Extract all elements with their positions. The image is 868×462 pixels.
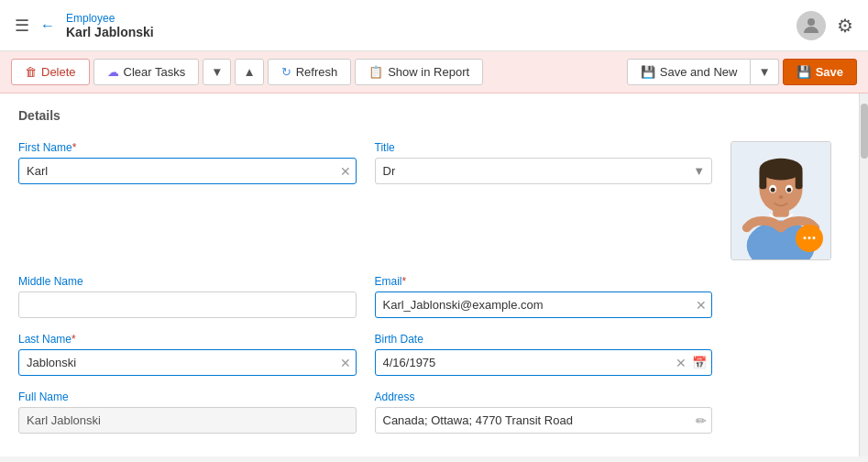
refresh-button[interactable]: ↻ Refresh xyxy=(268,59,352,85)
email-clear-icon[interactable]: ✕ xyxy=(696,298,707,313)
photo-action-button[interactable]: ··· xyxy=(796,225,823,252)
last-name-clear-icon[interactable]: ✕ xyxy=(340,356,351,370)
email-col: Email ✕ xyxy=(375,275,713,318)
first-name-col: First Name ✕ xyxy=(18,141,357,184)
svg-point-10 xyxy=(771,188,775,192)
trash-icon: 🗑 xyxy=(25,65,37,79)
save-and-new-dropdown[interactable]: ▼ xyxy=(751,59,778,85)
email-label: Email xyxy=(375,275,713,288)
down-arrow-button[interactable]: ▼ xyxy=(203,59,231,85)
toolbar: 🗑 Delete ☁ Clear Tasks ▼ ▲ ↻ Refresh 📋 S… xyxy=(0,51,868,94)
scrollbar[interactable] xyxy=(859,94,868,456)
hamburger-icon[interactable]: ☰ xyxy=(15,16,29,36)
avatar[interactable] xyxy=(797,11,826,40)
full-name-wrap xyxy=(18,407,357,434)
dropdown-arrow-icon: ▼ xyxy=(758,65,770,79)
breadcrumb-parent[interactable]: Employee xyxy=(66,12,154,25)
last-name-col: Last Name ✕ xyxy=(18,333,357,376)
topbar: ☰ ← Employee Karl Jablonski ⚙ xyxy=(0,0,868,51)
cloud-icon: ☁ xyxy=(107,65,119,79)
email-input[interactable] xyxy=(375,292,713,318)
birth-date-col: Birth Date ✕ 📅 xyxy=(375,333,713,376)
chevron-up-icon: ▲ xyxy=(243,65,255,79)
topbar-right: ⚙ xyxy=(797,11,853,40)
full-name-col: Full Name xyxy=(18,390,357,434)
report-icon: 📋 xyxy=(368,65,383,79)
save-button[interactable]: 💾 Save xyxy=(783,59,857,85)
delete-label: Delete xyxy=(41,65,76,79)
back-icon[interactable]: ← xyxy=(40,17,55,34)
details-section: Details First Name ✕ Title Dr Mr xyxy=(0,94,859,456)
form-row-2: Middle Name Email ✕ xyxy=(18,275,841,318)
middle-name-wrap xyxy=(18,292,357,318)
topbar-left: ☰ ← Employee Karl Jablonski xyxy=(15,12,797,39)
last-name-input[interactable] xyxy=(18,349,357,376)
address-input[interactable] xyxy=(375,407,713,434)
last-name-label: Last Name xyxy=(18,333,357,346)
user-icon xyxy=(800,15,822,37)
chevron-down-icon: ▼ xyxy=(211,65,223,79)
clear-tasks-label: Clear Tasks xyxy=(124,65,186,79)
scrollbar-thumb[interactable] xyxy=(861,104,868,159)
birth-date-clear-icon[interactable]: ✕ xyxy=(676,356,687,370)
svg-point-12 xyxy=(779,195,784,199)
form-row-3: Last Name ✕ Birth Date ✕ 📅 xyxy=(18,333,841,376)
svg-point-0 xyxy=(808,18,815,26)
save-label: Save xyxy=(816,65,843,79)
email-wrap: ✕ xyxy=(375,292,713,318)
title-select[interactable]: Dr Mr Ms Mrs xyxy=(375,158,713,184)
title-wrap: Dr Mr Ms Mrs ▼ xyxy=(375,158,713,184)
birth-date-label: Birth Date xyxy=(375,333,713,346)
first-name-label: First Name xyxy=(18,141,357,154)
first-name-input[interactable] xyxy=(18,158,357,184)
form-container: Details First Name ✕ Title Dr Mr xyxy=(0,94,859,456)
title-col: Title Dr Mr Ms Mrs ▼ xyxy=(375,141,713,184)
show-in-report-button[interactable]: 📋 Show in Report xyxy=(355,59,483,85)
first-name-clear-icon[interactable]: ✕ xyxy=(340,164,351,179)
breadcrumb-current: Karl Jablonski xyxy=(66,25,154,39)
up-arrow-button[interactable]: ▲ xyxy=(235,59,263,85)
svg-point-11 xyxy=(786,188,791,192)
save-icon: 💾 xyxy=(797,65,811,79)
calendar-icon[interactable]: 📅 xyxy=(692,356,707,369)
form-row-4: Full Name Address ✏ xyxy=(18,390,841,434)
refresh-icon: ↻ xyxy=(281,65,291,79)
address-label: Address xyxy=(375,390,713,403)
svg-rect-7 xyxy=(796,170,803,190)
svg-rect-6 xyxy=(759,170,766,190)
birth-date-input[interactable] xyxy=(375,349,713,376)
breadcrumb: Employee Karl Jablonski xyxy=(66,12,154,39)
middle-name-input[interactable] xyxy=(18,292,357,318)
last-name-wrap: ✕ xyxy=(18,349,357,376)
show-in-report-label: Show in Report xyxy=(388,65,469,79)
save-and-new-button[interactable]: 💾 Save and New xyxy=(627,59,752,85)
address-col: Address ✏ xyxy=(375,390,713,434)
full-name-label: Full Name xyxy=(18,390,357,403)
address-edit-icon[interactable]: ✏ xyxy=(696,413,707,428)
save-and-new-label: Save and New xyxy=(660,65,738,79)
form-row-1: First Name ✕ Title Dr Mr Ms Mrs xyxy=(18,141,841,260)
middle-name-label: Middle Name xyxy=(18,275,357,288)
section-title: Details xyxy=(18,108,841,126)
main-content: Details First Name ✕ Title Dr Mr xyxy=(0,94,868,456)
first-name-wrap: ✕ xyxy=(18,158,357,184)
title-label: Title xyxy=(375,141,713,154)
middle-name-col: Middle Name xyxy=(18,275,357,318)
photo-box: ··· xyxy=(731,141,831,260)
birth-date-wrap: ✕ 📅 xyxy=(375,349,713,376)
settings-icon[interactable]: ⚙ xyxy=(837,15,853,37)
address-wrap: ✏ xyxy=(375,407,713,434)
full-name-input[interactable] xyxy=(18,407,357,434)
clear-tasks-button[interactable]: ☁ Clear Tasks xyxy=(93,59,200,85)
save-new-icon: 💾 xyxy=(641,65,655,79)
photo-col: ··· xyxy=(731,141,841,260)
save-and-new-group: 💾 Save and New ▼ xyxy=(627,59,779,85)
refresh-label: Refresh xyxy=(296,65,338,79)
delete-button[interactable]: 🗑 Delete xyxy=(11,59,90,85)
